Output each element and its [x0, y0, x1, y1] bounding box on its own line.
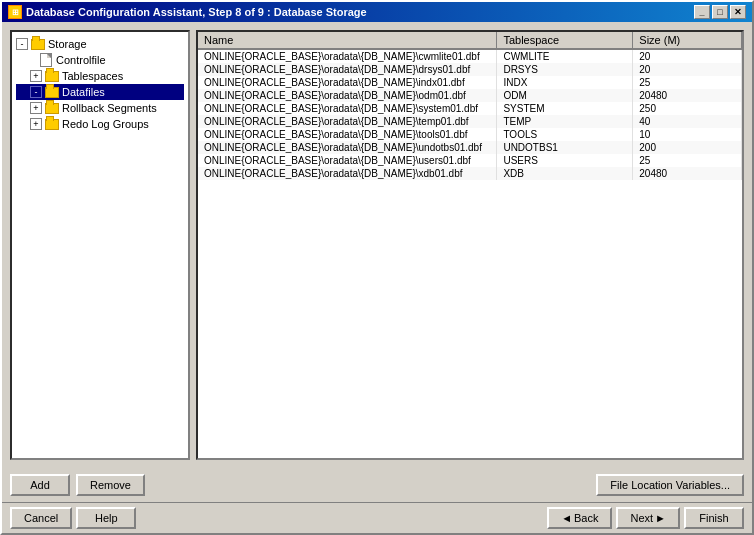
- col-name-header: Name: [198, 32, 497, 49]
- title-bar: ⊞ Database Configuration Assistant, Step…: [2, 2, 752, 22]
- footer-bar: Cancel Help ◄ Back Next ► Finish: [2, 502, 752, 533]
- table-row[interactable]: ONLINE{ORACLE_BASE}\oradata\{DB_NAME}\sy…: [198, 102, 742, 115]
- cell-size: 20480: [633, 89, 742, 102]
- title-controls: _ □ ✕: [694, 5, 746, 19]
- tree-item-datafiles-label: Datafiles: [62, 86, 105, 98]
- cell-size: 40: [633, 115, 742, 128]
- cell-name: ONLINE{ORACLE_BASE}\oradata\{DB_NAME}\od…: [198, 89, 497, 102]
- table-row[interactable]: ONLINE{ORACLE_BASE}\oradata\{DB_NAME}\xd…: [198, 167, 742, 180]
- cell-tablespace: ODM: [497, 89, 633, 102]
- add-button[interactable]: Add: [10, 474, 70, 496]
- remove-button[interactable]: Remove: [76, 474, 145, 496]
- cell-name: ONLINE{ORACLE_BASE}\oradata\{DB_NAME}\sy…: [198, 102, 497, 115]
- redo-expand-icon[interactable]: +: [30, 118, 42, 130]
- cell-name: ONLINE{ORACLE_BASE}\oradata\{DB_NAME}\us…: [198, 154, 497, 167]
- cell-size: 25: [633, 154, 742, 167]
- maximize-button[interactable]: □: [712, 5, 728, 19]
- table-row[interactable]: ONLINE{ORACLE_BASE}\oradata\{DB_NAME}\un…: [198, 141, 742, 154]
- close-button[interactable]: ✕: [730, 5, 746, 19]
- cell-tablespace: DRSYS: [497, 63, 633, 76]
- title-bar-left: ⊞ Database Configuration Assistant, Step…: [8, 5, 367, 19]
- table-row[interactable]: ONLINE{ORACLE_BASE}\oradata\{DB_NAME}\cw…: [198, 49, 742, 63]
- root-folder-icon: [30, 37, 46, 51]
- tablespaces-folder-icon: [44, 69, 60, 83]
- file-location-variables-button[interactable]: File Location Variables...: [596, 474, 744, 496]
- cell-size: 200: [633, 141, 742, 154]
- help-button[interactable]: Help: [76, 507, 136, 529]
- cell-size: 25: [633, 76, 742, 89]
- tree-item-tablespaces-label: Tablespaces: [62, 70, 123, 82]
- action-bar: Add Remove File Location Variables...: [2, 468, 752, 502]
- rollback-expand-icon[interactable]: +: [30, 102, 42, 114]
- finish-button[interactable]: Finish: [684, 507, 744, 529]
- footer-nav-buttons: ◄ Back Next ► Finish: [547, 507, 744, 529]
- cell-tablespace: UNDOTBS1: [497, 141, 633, 154]
- cell-size: 250: [633, 102, 742, 115]
- cell-size: 20480: [633, 167, 742, 180]
- cell-size: 20: [633, 63, 742, 76]
- window-title: Database Configuration Assistant, Step 8…: [26, 6, 367, 18]
- table-row[interactable]: ONLINE{ORACLE_BASE}\oradata\{DB_NAME}\in…: [198, 76, 742, 89]
- cell-name: ONLINE{ORACLE_BASE}\oradata\{DB_NAME}\te…: [198, 115, 497, 128]
- tree-item-datafiles[interactable]: - Datafiles: [16, 84, 184, 100]
- tree-item-rollback[interactable]: + Rollback Segments: [16, 100, 184, 116]
- next-label: Next: [630, 512, 653, 524]
- tree-item-redo[interactable]: + Redo Log Groups: [16, 116, 184, 132]
- tree-root[interactable]: - Storage: [16, 36, 184, 52]
- tree-item-controlfile-label: Controlfile: [56, 54, 106, 66]
- main-content: - Storage Controlfile + Tablespaces: [2, 22, 752, 468]
- table-row[interactable]: ONLINE{ORACLE_BASE}\oradata\{DB_NAME}\us…: [198, 154, 742, 167]
- rollback-folder-icon: [44, 101, 60, 115]
- cell-tablespace: XDB: [497, 167, 633, 180]
- table-row[interactable]: ONLINE{ORACLE_BASE}\oradata\{DB_NAME}\to…: [198, 128, 742, 141]
- tree-item-controlfile[interactable]: Controlfile: [16, 52, 184, 68]
- back-label: Back: [574, 512, 598, 524]
- window-icon: ⊞: [8, 5, 22, 19]
- cell-name: ONLINE{ORACLE_BASE}\oradata\{DB_NAME}\cw…: [198, 49, 497, 63]
- main-window: ⊞ Database Configuration Assistant, Step…: [0, 0, 754, 535]
- datafiles-expand-icon[interactable]: -: [30, 86, 42, 98]
- cell-tablespace: SYSTEM: [497, 102, 633, 115]
- table-row[interactable]: ONLINE{ORACLE_BASE}\oradata\{DB_NAME}\te…: [198, 115, 742, 128]
- minimize-button[interactable]: _: [694, 5, 710, 19]
- tablespaces-expand-icon[interactable]: +: [30, 70, 42, 82]
- cell-name: ONLINE{ORACLE_BASE}\oradata\{DB_NAME}\to…: [198, 128, 497, 141]
- col-size-header: Size (M): [633, 32, 742, 49]
- tree-panel: - Storage Controlfile + Tablespaces: [10, 30, 190, 460]
- cell-size: 10: [633, 128, 742, 141]
- back-button[interactable]: ◄ Back: [547, 507, 612, 529]
- cell-tablespace: USERS: [497, 154, 633, 167]
- cell-name: ONLINE{ORACLE_BASE}\oradata\{DB_NAME}\xd…: [198, 167, 497, 180]
- cell-name: ONLINE{ORACLE_BASE}\oradata\{DB_NAME}\in…: [198, 76, 497, 89]
- cell-tablespace: TOOLS: [497, 128, 633, 141]
- cell-size: 20: [633, 49, 742, 63]
- col-tablespace-header: Tablespace: [497, 32, 633, 49]
- redo-folder-icon: [44, 117, 60, 131]
- footer-left-buttons: Cancel Help: [10, 507, 136, 529]
- cell-name: ONLINE{ORACLE_BASE}\oradata\{DB_NAME}\un…: [198, 141, 497, 154]
- datafiles-table: Name Tablespace Size (M) ONLINE{ORACLE_B…: [198, 32, 742, 180]
- next-button[interactable]: Next ►: [616, 507, 680, 529]
- datafiles-folder-icon: [44, 85, 60, 99]
- tree-item-redo-label: Redo Log Groups: [62, 118, 149, 130]
- right-buttons: File Location Variables...: [596, 474, 744, 496]
- tree-item-tablespaces[interactable]: + Tablespaces: [16, 68, 184, 84]
- tree-item-rollback-label: Rollback Segments: [62, 102, 157, 114]
- cancel-button[interactable]: Cancel: [10, 507, 72, 529]
- left-buttons: Add Remove: [10, 474, 145, 496]
- cell-name: ONLINE{ORACLE_BASE}\oradata\{DB_NAME}\dr…: [198, 63, 497, 76]
- cell-tablespace: TEMP: [497, 115, 633, 128]
- controlfile-icon: [38, 53, 54, 67]
- back-arrow-icon: ◄: [561, 512, 572, 524]
- table-row[interactable]: ONLINE{ORACLE_BASE}\oradata\{DB_NAME}\od…: [198, 89, 742, 102]
- cell-tablespace: CWMLITE: [497, 49, 633, 63]
- data-panel: Name Tablespace Size (M) ONLINE{ORACLE_B…: [196, 30, 744, 460]
- table-row[interactable]: ONLINE{ORACLE_BASE}\oradata\{DB_NAME}\dr…: [198, 63, 742, 76]
- cell-tablespace: INDX: [497, 76, 633, 89]
- root-expand-icon[interactable]: -: [16, 38, 28, 50]
- next-arrow-icon: ►: [655, 512, 666, 524]
- tree-root-label: Storage: [48, 38, 87, 50]
